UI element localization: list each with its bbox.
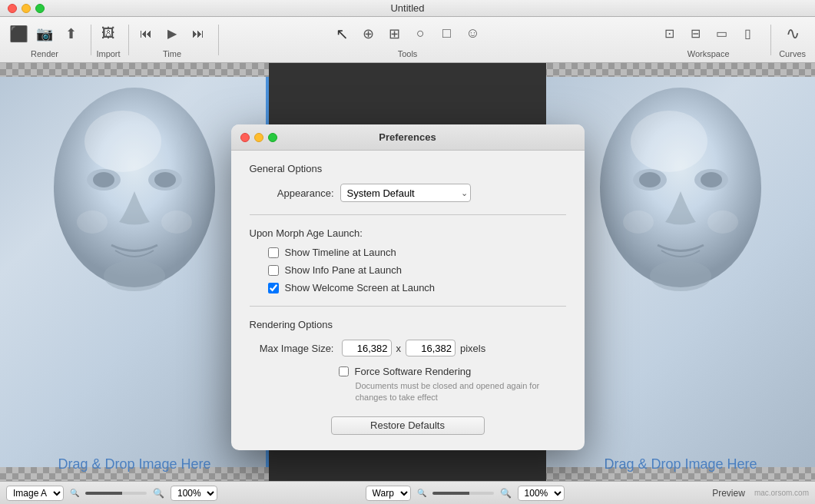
dialog-max-button[interactable]	[268, 133, 277, 142]
restore-defaults-button[interactable]: Restore Defaults	[331, 416, 485, 435]
next-icon: ⏭	[192, 27, 204, 41]
zoom-center-slider[interactable]	[432, 492, 494, 495]
separator-3	[218, 25, 219, 55]
warp-select[interactable]: Warp	[366, 486, 411, 501]
workspace-label: Workspace	[687, 49, 730, 58]
workspace-group: ⊡ ⊟ ▭ ▯ Workspace	[657, 22, 760, 58]
svg-point-17	[650, 260, 711, 291]
next-button[interactable]: ⏭	[186, 22, 210, 46]
show-timeline-checkbox[interactable]	[268, 247, 279, 258]
svg-point-15	[623, 211, 654, 234]
svg-point-7	[161, 211, 192, 234]
workspace-curves-group: ⊡ ⊟ ▭ ▯ Workspace ∿ Curves	[657, 22, 809, 58]
show-welcome-screen-checkbox[interactable]	[268, 283, 279, 293]
pixels-label: pixels	[460, 343, 485, 354]
prev-icon: ⏮	[140, 27, 152, 41]
appearance-select[interactable]: System Default	[340, 184, 471, 202]
max-width-input[interactable]	[342, 340, 392, 356]
select-tool-button[interactable]: ↖	[330, 22, 355, 46]
tools-group: ↖ ⊕ ⊞ ○ □ ☺ Tools	[330, 22, 485, 58]
close-button[interactable]	[8, 4, 17, 13]
dialog-close-button[interactable]	[240, 133, 250, 142]
separator-4	[770, 25, 771, 55]
checkbox-row-3: Show Welcome Screen at Launch	[250, 282, 566, 293]
face-area-left[interactable]: Drag & Drop Image Here	[0, 77, 269, 467]
mask-button[interactable]: ☺	[461, 22, 485, 46]
curves-button[interactable]: ∿	[780, 22, 805, 46]
warp-tool-button[interactable]: ⊕	[356, 22, 381, 46]
transform-icon: ⊞	[389, 25, 400, 42]
import-button[interactable]: 🖼	[96, 22, 121, 46]
force-render-note: Documents must be closed and opened agai…	[250, 380, 566, 404]
play-icon: ▶	[167, 26, 177, 41]
render-icon: ⬛	[9, 25, 28, 43]
traffic-lights	[0, 4, 45, 13]
appearance-row: Appearance: System Default ⌄	[250, 184, 566, 202]
minimize-button[interactable]	[22, 4, 31, 13]
oval-button[interactable]: ○	[409, 22, 433, 46]
dialog-body: General Options Appearance: System Defau…	[231, 151, 585, 450]
preferences-dialog: Preferences General Options Appearance: …	[231, 124, 585, 450]
section-divider-2	[250, 306, 566, 307]
drag-drop-left: Drag & Drop Image Here	[58, 456, 210, 472]
prev-button[interactable]: ⏮	[134, 22, 158, 46]
zoom-left-select[interactable]: 100%	[171, 486, 217, 501]
zoom-center-min-icon: 🔍	[417, 489, 426, 497]
force-software-rendering-checkbox[interactable]	[339, 366, 349, 376]
render-button[interactable]: ⬛	[6, 22, 31, 46]
warp-tool-icon: ⊕	[363, 25, 374, 42]
workspace1-icon: ⊡	[664, 26, 674, 41]
appearance-select-wrapper: System Default ⌄	[340, 184, 471, 202]
separator-2	[128, 25, 129, 55]
zoom-left-slider[interactable]	[85, 492, 147, 495]
show-info-pane-checkbox[interactable]	[268, 265, 279, 276]
zoom-right-select[interactable]: 100%	[518, 486, 565, 501]
transform-button[interactable]: ⊞	[383, 22, 407, 46]
max-height-input[interactable]	[406, 340, 456, 356]
max-image-label: Max Image Size:	[250, 343, 334, 354]
tools-label: Tools	[398, 49, 418, 58]
render-label: Render	[31, 49, 58, 58]
camera-button[interactable]: 📷	[32, 22, 57, 46]
rect-button[interactable]: □	[435, 22, 459, 46]
play-button[interactable]: ▶	[160, 22, 184, 46]
curves-icon: ∿	[786, 24, 800, 44]
rendering-section: Rendering Options Max Image Size: x pixe…	[250, 319, 566, 404]
dialog-title-bar: Preferences	[231, 124, 585, 151]
workspace2-button[interactable]: ⊟	[683, 22, 707, 46]
svg-point-12	[639, 172, 661, 187]
title-bar: Untitled	[0, 0, 815, 17]
checkbox-row-2: Show Info Pane at Launch	[250, 264, 566, 276]
force-render-row: Force Software Rendering	[250, 366, 566, 377]
dialog-min-button[interactable]	[254, 133, 263, 142]
workspace1-button[interactable]: ⊡	[657, 22, 681, 46]
workspace2-icon: ⊟	[691, 26, 701, 41]
zoom-left-max-icon: 🔍	[153, 488, 164, 499]
time-group: ⏮ ▶ ⏭ Time	[134, 22, 210, 58]
checkbox-row-1: Show Timeline at Launch	[250, 247, 566, 258]
dialog-traffic-lights	[240, 133, 277, 142]
appearance-label: Appearance:	[250, 187, 334, 199]
oval-icon: ○	[416, 25, 425, 41]
main-area: Drag & Drop Image Here	[0, 63, 815, 481]
preview-label: Preview	[712, 488, 745, 499]
separator-1	[91, 25, 91, 55]
face-area-right[interactable]: Drag & Drop Image Here	[546, 77, 815, 467]
workspace4-button[interactable]: ▯	[735, 22, 760, 46]
show-info-pane-label: Show Info Pane at Launch	[285, 264, 403, 276]
render-group: ⬛ 📷 ⬆ Render	[6, 22, 83, 58]
zoom-center-max-icon: 🔍	[500, 488, 512, 499]
workspace3-button[interactable]: ▭	[709, 22, 734, 46]
image-select[interactable]: Image A	[6, 486, 64, 501]
svg-point-16	[707, 211, 738, 234]
maximize-button[interactable]	[35, 4, 45, 13]
export-button[interactable]: ⬆	[58, 22, 83, 46]
svg-point-3	[93, 172, 114, 187]
svg-point-8	[104, 260, 165, 291]
max-image-row: Max Image Size: x pixels	[250, 340, 566, 356]
general-options-title: General Options	[250, 163, 566, 174]
svg-point-5	[154, 172, 176, 187]
watermark: mac.orsom.com	[754, 489, 809, 497]
curves-label: Curves	[779, 49, 806, 58]
workspace4-icon: ▯	[744, 26, 751, 41]
